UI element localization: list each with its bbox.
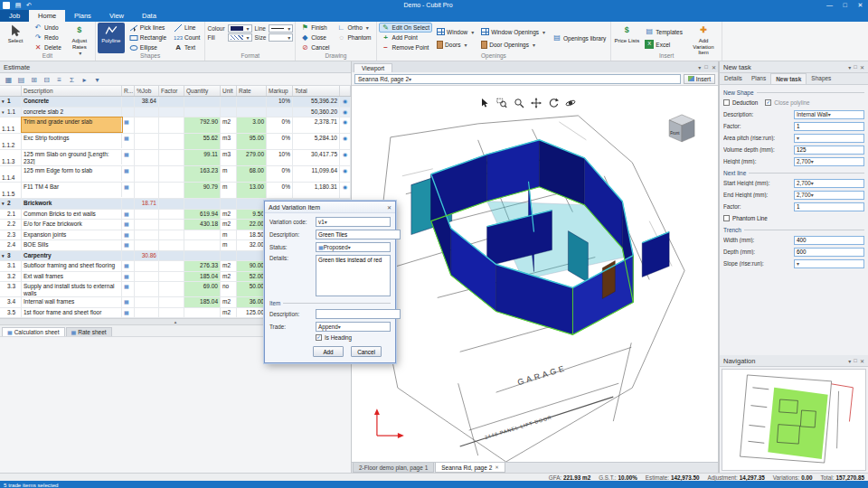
panel-float-icon[interactable]: □ bbox=[854, 64, 857, 70]
tab-data[interactable]: Data bbox=[133, 10, 165, 22]
cell-quantity[interactable]: 619.94 bbox=[184, 210, 221, 220]
cell-rate[interactable]: 68.00 bbox=[237, 166, 267, 182]
panel-close-icon[interactable]: ✕ bbox=[712, 64, 716, 70]
add-variation-item-button[interactable]: ✚ Add Variation Item bbox=[687, 23, 720, 53]
cell-factor[interactable] bbox=[159, 230, 184, 240]
visibility-eye-icon[interactable]: ◉ bbox=[340, 166, 351, 182]
cell-pjob[interactable] bbox=[135, 272, 159, 282]
cell-number[interactable]: ▾2 bbox=[0, 199, 22, 209]
cell-description[interactable]: E/o for Face brickwork bbox=[22, 220, 122, 230]
cell-result-icon[interactable]: ▦ bbox=[122, 220, 135, 230]
add-button[interactable]: Add bbox=[313, 346, 344, 357]
cell-description[interactable]: Exc Strip footings bbox=[22, 134, 122, 148]
cell-pjob[interactable] bbox=[135, 240, 159, 250]
cell-unit[interactable] bbox=[221, 199, 237, 209]
count-button[interactable]: 123Count bbox=[171, 33, 203, 42]
close-shape-button[interactable]: ◆Close bbox=[297, 33, 332, 42]
cell-result-icon[interactable]: ▦ bbox=[122, 117, 135, 133]
insert-sheet-icon[interactable]: ▦ bbox=[4, 74, 14, 84]
cell-factor[interactable] bbox=[159, 117, 184, 133]
zoom-tool-icon[interactable] bbox=[512, 96, 525, 109]
cell-factor[interactable] bbox=[159, 134, 184, 149]
cell-total[interactable]: 1,180.31 bbox=[293, 183, 340, 198]
cell-pjob[interactable] bbox=[135, 117, 159, 133]
cell-description[interactable]: Carpentry bbox=[22, 251, 122, 261]
table-row[interactable]: 1.1.2 Exc Strip footings ▦ 55.62 m3 95.0… bbox=[0, 134, 351, 150]
plan-tab-2[interactable]: Seanna Rd, page 2✕ bbox=[435, 463, 505, 473]
cell-factor[interactable] bbox=[159, 251, 184, 261]
cell-rate[interactable]: 50.00 bbox=[237, 282, 267, 296]
cell-unit[interactable]: m2 bbox=[221, 272, 237, 282]
cell-rate[interactable]: 9.50 bbox=[237, 210, 267, 220]
undo-button[interactable]: ↶Undo bbox=[31, 23, 64, 33]
cell-factor[interactable] bbox=[159, 108, 184, 117]
cell-description[interactable]: Concrete bbox=[22, 97, 122, 107]
tab-plans-panel[interactable]: Plans bbox=[747, 73, 770, 84]
view-cube[interactable]: Front bbox=[669, 115, 694, 142]
col-header-markup[interactable]: Markup bbox=[267, 86, 293, 96]
table-row[interactable]: 1.1.5 F11 TM 4 Bar ▦ 90.79 m 13.00 0% 1,… bbox=[0, 183, 351, 199]
redo-button[interactable]: ↷Redo bbox=[31, 33, 64, 42]
door-openings-button[interactable]: Door Openings bbox=[478, 40, 548, 50]
cell-number[interactable]: 1.1.3 bbox=[0, 150, 22, 165]
cancel-button[interactable]: Cancel bbox=[351, 346, 382, 357]
cell-pjob[interactable] bbox=[135, 108, 159, 117]
col-header-rate[interactable]: Rate bbox=[237, 86, 267, 96]
cell-unit[interactable]: m bbox=[221, 240, 237, 250]
line-button[interactable]: Line bbox=[171, 23, 203, 33]
close-polyline-checkbox[interactable]: ✓Close polyline bbox=[765, 99, 809, 106]
cell-number[interactable]: 1.1.2 bbox=[0, 134, 22, 149]
cell-factor[interactable] bbox=[159, 150, 184, 165]
pick-lines-button[interactable]: Pick lines bbox=[127, 23, 169, 33]
cell-pjob[interactable] bbox=[135, 183, 159, 198]
cell-result-icon[interactable]: ▦ bbox=[122, 166, 135, 182]
cell-description[interactable]: Brickwork bbox=[22, 199, 122, 209]
expand-all-icon[interactable]: ⊞ bbox=[29, 74, 39, 84]
cell-result-icon[interactable]: ▦ bbox=[122, 230, 135, 240]
fill-picker[interactable] bbox=[228, 33, 252, 42]
zoom-window-tool-icon[interactable] bbox=[495, 96, 508, 109]
tab-rate-sheet[interactable]: ▦Rate sheet bbox=[66, 327, 112, 336]
panel-float-icon[interactable]: □ bbox=[704, 64, 708, 70]
tab-home[interactable]: Home bbox=[29, 10, 65, 22]
cell-total[interactable]: 5,284.10 bbox=[293, 134, 340, 149]
cell-pjob[interactable] bbox=[135, 261, 159, 271]
table-row[interactable]: 1.1.1 Trim and grade under slab ▦ 792.90… bbox=[0, 117, 351, 134]
cell-quantity[interactable]: 185.04 bbox=[184, 272, 221, 282]
col-header-factor[interactable]: Factor bbox=[159, 86, 184, 96]
cell-number[interactable]: 1.1.4 bbox=[0, 166, 22, 182]
cell-number[interactable]: 3.2 bbox=[0, 272, 22, 282]
width-input[interactable] bbox=[794, 236, 864, 245]
cell-pjob[interactable] bbox=[135, 308, 159, 318]
cell-quantity[interactable] bbox=[184, 240, 221, 250]
visibility-eye-icon[interactable]: ◉ bbox=[340, 183, 351, 198]
autosum-icon[interactable]: Σ bbox=[67, 74, 77, 84]
colour-picker[interactable] bbox=[228, 24, 252, 33]
factor-input[interactable] bbox=[794, 122, 864, 131]
rectangle-button[interactable]: Rectangle bbox=[127, 33, 169, 42]
cell-unit[interactable] bbox=[221, 251, 237, 261]
details-textarea[interactable]: Green tiles instead of red bbox=[316, 255, 391, 296]
cell-rate[interactable]: 22.00 bbox=[237, 220, 267, 230]
3d-model-view[interactable]: GARAGE 2448 PANEL LIFT DOOR bbox=[352, 86, 718, 462]
cell-factor[interactable] bbox=[159, 166, 184, 182]
cell-description[interactable]: 125 mm Slab on ground [Length: 232] bbox=[22, 150, 122, 164]
cell-rate[interactable]: 32.00 bbox=[237, 240, 267, 250]
size-picker[interactable] bbox=[269, 33, 293, 42]
collapse-all-icon[interactable]: ⊟ bbox=[42, 74, 52, 84]
cell-rate[interactable]: 3.00 bbox=[237, 117, 267, 133]
cell-total[interactable]: 30,417.75 bbox=[293, 150, 340, 165]
cell-result-icon[interactable] bbox=[122, 199, 135, 209]
select-tool-icon[interactable] bbox=[477, 96, 491, 109]
cell-total[interactable]: 2,378.71 bbox=[293, 117, 340, 133]
description-input[interactable] bbox=[316, 230, 401, 239]
close-tab-icon[interactable]: ✕ bbox=[495, 465, 499, 470]
visibility-eye-icon[interactable]: ◉ bbox=[340, 117, 351, 133]
tab-plans[interactable]: Plans bbox=[65, 10, 100, 22]
col-header-r[interactable]: R... bbox=[122, 86, 135, 96]
cell-result-icon[interactable]: ▦ bbox=[122, 210, 135, 220]
cell-number[interactable]: ▾1 bbox=[0, 97, 22, 107]
panel-close-icon[interactable]: ✕ bbox=[860, 64, 864, 70]
cell-unit[interactable]: m2 bbox=[221, 297, 237, 307]
tab-job[interactable]: Job bbox=[0, 10, 29, 22]
